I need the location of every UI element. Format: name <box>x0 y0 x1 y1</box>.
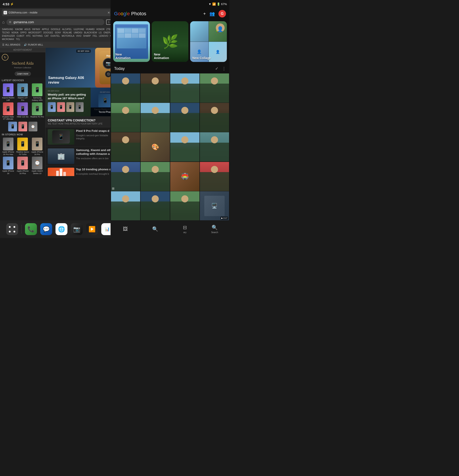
photo-cell-6[interactable] <box>141 103 170 132</box>
article-date-badge: 08 SEP 2024 <box>76 50 91 53</box>
nav-tcl[interactable]: TCL <box>15 38 21 41</box>
device-hmd-110[interactable]: 📱 HMD 110 4G <box>16 102 30 120</box>
photo-cell-4[interactable] <box>200 73 229 103</box>
nav-zte[interactable]: ZTE <box>106 28 111 31</box>
device-iphone-16[interactable]: 📱 Apple iPhone 16 <box>1 157 15 175</box>
nav-lg[interactable]: LG <box>98 31 102 34</box>
photo-cell-11[interactable] <box>170 132 200 162</box>
nav-infinix[interactable]: INFINIX <box>32 28 41 31</box>
poll-date: 08.SEP.2024 <box>48 90 88 92</box>
nav-cat[interactable]: CAT <box>44 34 49 37</box>
all-brands-button[interactable]: ☰ ALL BRANDS <box>2 43 20 46</box>
nav-xiaomi[interactable]: XIAOMI <box>14 28 24 31</box>
nav-huawei[interactable]: HUAWEI <box>85 28 95 31</box>
browser-tab[interactable]: G GSMArena.com - mobile ✕ <box>2 9 112 16</box>
home-icon[interactable]: ⌂ <box>2 20 5 25</box>
tab-close-button[interactable]: ✕ <box>108 11 110 14</box>
nav-cubot[interactable]: CUBOT <box>16 34 25 37</box>
select-all-icon[interactable]: ✓ <box>215 66 218 71</box>
chrome-app-icon[interactable]: 🌐 <box>56 223 67 235</box>
vpn-article[interactable]: CONSTANT VPN CONNECTION? WE TEST HOW THI… <box>46 116 119 128</box>
photo-cell-7[interactable] <box>170 103 200 132</box>
photo-cell-1[interactable] <box>111 73 140 103</box>
photo-cell-10[interactable]: 🎨 <box>141 132 170 162</box>
memory-card-animation-2[interactable]: 🌿 NewAnimation <box>152 21 188 62</box>
url-input[interactable]: ⛨ gsmarena.com <box>6 19 104 25</box>
nav-htc[interactable]: HTC <box>25 34 31 37</box>
nav-energizer[interactable]: ENERGIZER <box>1 34 16 37</box>
nav-search-tab[interactable]: 🔍 <box>140 220 170 238</box>
device-xiaomi-redmi-14r[interactable]: 📱 Xiaomi Redmi 14R <box>1 83 15 102</box>
photo-cell-15[interactable]: 🏟️ <box>170 162 200 191</box>
phone-app-icon[interactable]: 📞 <box>25 223 37 235</box>
nav-blackview[interactable]: BLACKVIEW <box>83 31 98 34</box>
nav-ulefone[interactable]: ULEFONE <box>73 28 85 31</box>
nav-alcatel[interactable]: ALCATEL <box>61 28 73 31</box>
nav-photos-tab[interactable]: 🖼 <box>110 220 140 238</box>
photo-cell-17[interactable] <box>111 191 140 220</box>
nav-umidigi[interactable]: UMIDIGI <box>73 31 83 34</box>
photo-cell-3[interactable] <box>170 73 200 103</box>
nav-oukitel[interactable]: OUKITEL <box>50 34 61 37</box>
nav-library-tab[interactable]: ⊟ ary <box>170 220 200 238</box>
nav-oppo[interactable]: OPPO <box>19 31 27 34</box>
nav-apple[interactable]: APPLE <box>41 28 50 31</box>
nav-itel[interactable]: ITEL <box>92 34 98 37</box>
nav-samsung[interactable]: SAMSUNG <box>1 28 14 31</box>
photo-cell-9[interactable] <box>111 132 140 162</box>
photo-cell-19[interactable] <box>170 191 200 220</box>
device-iphone-16-pro[interactable]: 📱 Apple iPhone 16 Pro <box>30 138 44 156</box>
nav-microsoft[interactable]: MICROSOFT <box>28 31 42 34</box>
nav-micromax[interactable]: MICROMAX <box>1 38 15 41</box>
learn-more-button[interactable]: Learn more <box>15 72 31 76</box>
photo-cell-20[interactable]: 🖥️ ▶ 0:17 <box>200 191 229 220</box>
nav-doogee[interactable]: DOOGEE <box>43 31 54 34</box>
photo-cell-2[interactable] <box>141 73 170 103</box>
nav-search-label-tab[interactable]: 🔍 Search <box>200 220 230 238</box>
nav-sharp[interactable]: SHARP <box>83 34 91 37</box>
rumor-mill-button[interactable]: 🔊 RUMOR MILL <box>24 43 43 46</box>
nav-asus[interactable]: ASUS <box>24 28 31 31</box>
photo-cell-14[interactable] <box>141 162 170 191</box>
photo-cell-18[interactable] <box>141 191 170 220</box>
device-xiaomi-14t-pro[interactable]: 📱 Xiaomi 14T Pro <box>16 83 30 102</box>
photo-cell-16[interactable] <box>200 162 229 191</box>
poll-left[interactable]: 08.SEP.2024 Weekly poll: are you getting… <box>46 88 91 116</box>
photo-cell-5[interactable] <box>111 103 140 132</box>
nav-google[interactable]: GOOGLE <box>50 28 61 31</box>
people-icon[interactable]: 👥 <box>209 11 215 16</box>
memory-card-animation-1[interactable]: NewAnimation <box>113 21 150 62</box>
device-iphone-16-plus[interactable]: 📱 Apple iPhone 16 Plus <box>16 157 30 175</box>
nav-lenovo[interactable]: LENOVO <box>98 34 109 37</box>
photo-cell-8[interactable] <box>200 103 229 132</box>
nav-nothing[interactable]: NOTHING <box>32 34 43 37</box>
nav-motorola[interactable]: MOTOROLA <box>61 34 75 37</box>
nav-realme[interactable]: REALME <box>62 31 73 34</box>
refresh-icon[interactable]: ↻ <box>4 56 6 59</box>
device-apple-watch-series-10[interactable]: ⌚ Apple Watch Series 10 <box>30 157 44 175</box>
nav-sony[interactable]: SONY <box>54 31 62 34</box>
photo-cell-13[interactable]: ⊞ <box>111 162 140 191</box>
more-options-icon[interactable]: ⋮ <box>222 66 226 71</box>
apps-drawer-button[interactable] <box>6 223 18 235</box>
article-item-samsung[interactable]: 🏢 Samsung, Xiaomi and othe of colluding … <box>46 147 119 166</box>
device-realme-p2-pro[interactable]: 📱 Realme P2 Pro <box>30 102 44 120</box>
memory-card-collage[interactable]: 👤 🌳 👤 👤 New Collage <box>190 21 227 62</box>
device-realme-narzo[interactable]: 📱 Realme Narzo 70 Turbo <box>16 138 30 156</box>
camera-app-icon[interactable]: 📷 <box>71 223 83 235</box>
nav-nokia[interactable]: NOKIA <box>11 31 19 34</box>
nav-tecno[interactable]: TECNO <box>1 31 10 34</box>
article-item-pixel[interactable]: 📱 Pixel 9 Pro Fold snaps d Google's seco… <box>46 128 119 147</box>
messages-app-icon[interactable]: 💬 <box>40 223 52 235</box>
article-item-trending[interactable]: 📱 Top 10 trending phones of A complete o… <box>46 166 119 176</box>
play-app-icon[interactable]: ▶️ <box>86 223 98 235</box>
article-hero[interactable]: 📷 ⚫ 08 SEP 2024 36 Honor Ma Samsung Gala… <box>46 48 119 88</box>
device-iphone-16-pro-max[interactable]: 📱 Apple iPhone 16 Pro Max <box>1 138 15 156</box>
account-avatar[interactable]: G <box>218 10 226 17</box>
nav-vivo[interactable]: VIVO <box>75 34 82 37</box>
add-button[interactable]: + <box>203 11 206 16</box>
device-huawei-mate-xt[interactable]: 📱 Huawei Mate XT Ultimate <box>1 102 15 120</box>
photo-cell-12[interactable] <box>200 132 229 162</box>
device-samsung-galaxy-m05[interactable]: 📱 Samsung Galaxy M05 <box>30 83 44 102</box>
nav-honor[interactable]: HONOR <box>96 28 105 31</box>
